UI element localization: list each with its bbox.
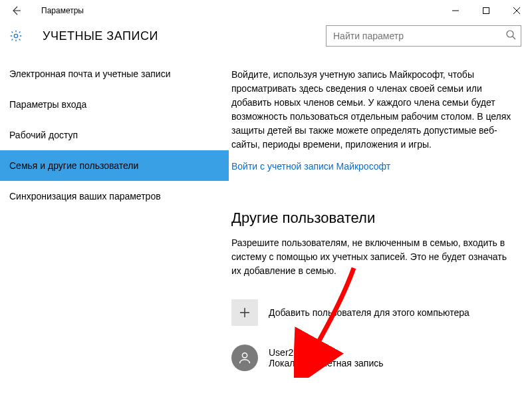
user-row[interactable]: User2 Локальная учетная запись (231, 345, 517, 371)
svg-rect-0 (483, 7, 489, 13)
ms-signin-link[interactable]: Войти с учетной записи Майкрософт (231, 161, 390, 172)
add-user-button[interactable]: Добавить пользователя для этого компьюте… (231, 299, 517, 326)
sidebar-item-label: Параметры входа (9, 99, 86, 110)
user-type: Локальная учетная запись (269, 358, 384, 368)
sidebar-item-label: Рабочий доступ (9, 130, 78, 140)
sidebar-item-label: Электронная почта и учетные записи (9, 69, 170, 79)
sidebar-item-email-accounts[interactable]: Электронная почта и учетные записи (0, 59, 229, 89)
svg-point-3 (242, 353, 247, 358)
minimize-button[interactable] (440, 0, 471, 21)
sidebar-item-signin-options[interactable]: Параметры входа (0, 89, 229, 120)
sidebar-item-label: Синхронизация ваших параметров (9, 191, 161, 202)
other-users-heading: Другие пользователи (231, 209, 517, 227)
sidebar-item-sync-settings[interactable]: Синхронизация ваших параметров (0, 181, 229, 211)
user-name: User2 (269, 347, 384, 358)
svg-point-2 (507, 31, 513, 37)
content-pane: Войдите, используя учетную запись Майкро… (229, 59, 532, 417)
user-info: User2 Локальная учетная запись (269, 347, 384, 368)
sidebar: Электронная почта и учетные записи Парам… (0, 59, 229, 417)
avatar (231, 345, 258, 371)
sidebar-item-label: Семья и другие пользователи (9, 160, 138, 171)
family-intro-text: Войдите, используя учетную запись Майкро… (231, 68, 517, 152)
svg-point-1 (14, 34, 17, 37)
window-title: Параметры (41, 6, 84, 15)
titlebar: Параметры (0, 0, 532, 21)
search-input[interactable] (326, 25, 521, 47)
add-user-label: Добавить пользователя для этого компьюте… (269, 307, 469, 318)
window-controls (440, 0, 532, 21)
maximize-button[interactable] (471, 0, 501, 21)
back-button[interactable] (7, 1, 25, 20)
plus-icon (231, 299, 258, 326)
gear-icon (9, 29, 23, 43)
search-icon (505, 29, 516, 43)
sidebar-item-work-access[interactable]: Рабочий доступ (0, 120, 229, 150)
search-box[interactable] (326, 25, 521, 47)
other-users-subtext: Разрешите пользователям, не включенным в… (231, 236, 517, 278)
close-button[interactable] (501, 0, 532, 21)
page-header: УЧЕТНЫЕ ЗАПИСИ (0, 21, 532, 59)
page-title: УЧЕТНЫЕ ЗАПИСИ (43, 29, 158, 43)
sidebar-item-family-other-users[interactable]: Семья и другие пользователи (0, 150, 229, 181)
